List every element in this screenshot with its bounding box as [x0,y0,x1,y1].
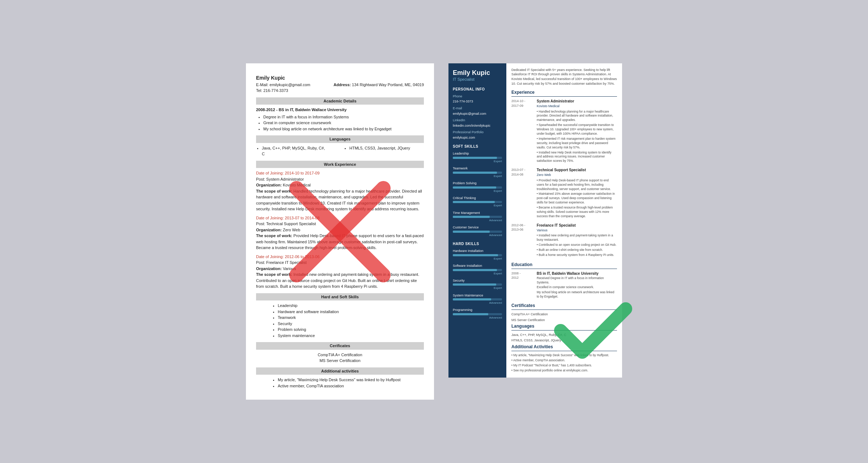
skill-bar-fill [453,216,490,218]
certs-section-title: Cerificates [256,342,424,350]
left-name: Emily Kupic [256,74,424,82]
skill-bar-leadership: Leadership Expert [453,151,502,163]
skill-level: Advanced [453,218,502,222]
skill-bar-fill [453,269,497,271]
skill-3: Security [278,321,424,327]
skill-bar-bg [453,186,502,189]
exp-dates: 2013-07 -2014-08 [511,168,535,177]
resume-left: Emily Kupic E-Mail: emilykupic@gmail.com… [246,63,434,400]
skill-bar-time-management: Time Management Advanced [453,211,502,223]
exp-company: Various [537,228,617,233]
lang-col2-item: HTML5, CSS3, Javascript, JQuery [349,145,424,151]
skill-bar-programming: Programming Advanced [453,308,502,320]
skill-level: Expert [453,203,502,207]
exp-bullet: Spearheaded the successful companywide t… [537,123,617,136]
experience-title: Experience [511,89,617,97]
add-act-list-r: My article, "Maximizing Help Desk Succes… [511,353,617,373]
skill-bar-bg [453,172,502,174]
skill-name: Time Management [453,211,502,215]
skill-name: Customer Service [453,225,502,230]
academic-bullet-2: My school blog article on network archit… [263,126,424,132]
exp-bullet: Installed new ordering and payment-takin… [537,233,617,242]
lang-item: Java, C++, PHP, MySQL, Ruby, C#, C [511,333,617,337]
right-main: Dedicated IT Specialist with 5+ years ex… [506,63,622,378]
work-post-2: Post: Freelance IT Specialist [256,260,424,266]
address-value: 134 Rightward Way Portland, ME, 04019 [352,83,424,87]
skill-name: Problem Solving [453,181,502,186]
skill-bar-fill [453,201,495,203]
languages-title-r: Languages [511,323,617,331]
academic-bullets: Degree in IT with a focus in Information… [256,114,424,132]
skill-level: Expert [453,159,502,163]
skill-bar-hardware-installation: Hardware Installation Expert [453,249,502,261]
left-contact-right: Address: 134 Rightward Way Portland, ME,… [333,82,424,94]
skill-bar-security: Security Expert [453,278,502,290]
add-act-1: Active member, CompTIA association [278,383,424,389]
work-org-0: Organization: Kovisto Medical [256,182,424,188]
education-entries: 2008 -2012 BS in IT, Baldwin Wallace Uni… [511,271,617,300]
academic-years: 2008-2012 - [256,108,277,112]
skill-name: Critical Thinking [453,196,502,201]
skill-bar-bg [453,231,502,233]
exp-content: Freelance IT Specialist Various Installe… [537,223,617,257]
left-contact: E-Mail: emilykupic@gmail.com Tel: 216-77… [256,82,424,94]
linkedin-value: linkedin.com/in/emilykupic [453,123,502,128]
skill-bar-fill [453,231,490,233]
skill-name: Security [453,278,502,283]
academic-bullet-1: Great in computer science coursework [263,120,424,126]
skill-bar-bg [453,313,502,315]
left-header: Emily Kupic E-Mail: emilykupic@gmail.com… [256,74,424,94]
work-org-2: Organization: Various [256,266,424,272]
email-value-r: emilykupic@gmail.com [453,111,502,116]
work-post-0: Post: System Administrator [256,176,424,182]
edu-entry: 2008 -2012 BS in IT, Baldwin Wallace Uni… [511,271,617,300]
work-entry-1: Date of Joining: 2013-07 to 2014-08 Post… [256,215,424,251]
lang-col1-item: Java, C++, PHP, MySQL, Ruby, C#,C [262,145,336,157]
skill-bar-bg [453,216,502,218]
work-scope-0: The scope of work: Handled technology pl… [256,188,424,212]
skill-bar-bg [453,201,502,203]
work-date-2: Date of Joining: 2012-06 to 2013-06 [256,254,424,260]
skill-bar-critical-thinking: Critical Thinking Expert [453,196,502,208]
academic-bullet-0: Degree in IT with a focus in Information… [263,114,424,120]
hard-skills-bars: Hardware Installation Expert Software In… [453,249,502,320]
cert-item: MS Server Certification [511,318,617,323]
languages-section-title: Languages [256,135,424,143]
skill-bar-fill [453,283,496,286]
edu-bullet: Excelled in computer science coursework. [537,285,617,290]
exp-content: Technical Support Specialist Zero Web Pr… [537,168,617,219]
skill-bar-fill [453,157,497,159]
add-act-0: My article, "Maximizing Help Desk Succes… [278,377,424,383]
work-entry-2: Date of Joining: 2012-06 to 2013-06 Post… [256,254,424,290]
languages-content: Java, C++, PHP, MySQL, Ruby, C#,C HTML5,… [256,145,424,157]
exp-bullet: Installed new Help Desk monitoring syste… [537,151,617,164]
exp-dates: 2014-10 -2017-09 [511,99,535,108]
edu-degree: BS in IT, Baldwin Wallace University [537,271,617,276]
add-act-item: Active member, CompTIA association. [511,358,617,363]
skill-bar-bg [453,157,502,159]
exp-job-title: Freelance IT Specialist [537,223,617,228]
right-name: Emily Kupic [453,69,502,77]
exp-entry: 2013-07 -2014-08 Technical Support Speci… [511,168,617,219]
exp-content: System Administrator Kovisto Medical Han… [537,99,617,163]
edu-dates: 2008 -2012 [511,271,535,280]
skill-1: Hardware and software installation [278,309,424,315]
edu-bullet: My school blog article on network archit… [537,290,617,299]
exp-bullets: Provided Help Desk-based IT phone suppor… [537,178,617,219]
exp-bullet: Maintained 15% above average customer sa… [537,192,617,205]
tel-label: Tel: [256,88,262,93]
skill-bar-fill [453,313,488,315]
skill-bar-bg [453,269,502,271]
skill-bar-problem-solving: Problem Solving Expert [453,181,502,193]
skill-level: Expert [453,286,502,290]
add-act-entries: My article, "Maximizing Help Desk Succes… [511,353,617,373]
exp-entry: 2014-10 -2017-09 System Administrator Ko… [511,99,617,164]
skill-2: Teamwork [278,315,424,321]
lang-item: HTML5, CSS3, Javascript, JQuery [511,338,617,343]
add-act-item: See my professional portfolio online at … [511,369,617,373]
skills-list: Leadership Hardware and software install… [256,303,424,338]
phone-label: Phone [453,94,502,99]
languages-entries: Java, C++, PHP, MySQL, Ruby, C#, CHTML5,… [511,333,617,343]
exp-company: Kovisto Medical [537,104,617,109]
edu-bullet: Received Degree in IT with a focus in In… [537,276,617,285]
